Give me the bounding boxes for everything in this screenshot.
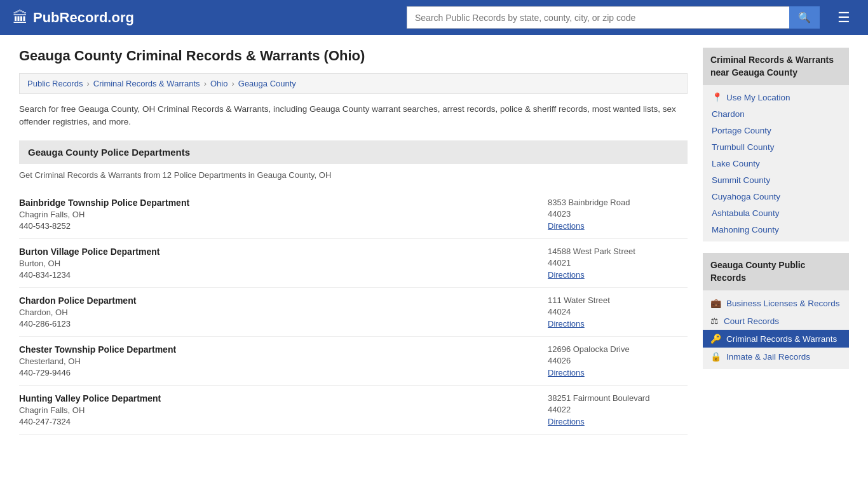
sidebar-record-inmate[interactable]: 🔒 Inmate & Jail Records — [703, 348, 849, 365]
dept-left-3: Chester Township Police Department Chest… — [19, 344, 176, 377]
dept-address: 111 Water Street — [548, 295, 688, 305]
dept-name: Bainbridge Township Police Department — [19, 198, 189, 208]
directions-link[interactable]: Directions — [548, 417, 585, 426]
dept-name: Hunting Valley Police Department — [19, 393, 161, 403]
menu-icon: ☰ — [837, 10, 850, 25]
page-title: Geauga County Criminal Records & Warrant… — [19, 48, 688, 64]
dept-left-2: Chardon Police Department Chardon, OH 44… — [19, 295, 136, 329]
dept-left-4: Hunting Valley Police Department Chagrin… — [19, 393, 161, 426]
directions-link[interactable]: Directions — [548, 221, 585, 231]
dept-city: Chardon, OH — [19, 308, 136, 317]
business-icon: 💼 — [710, 298, 721, 308]
dept-name: Burton Village Police Department — [19, 247, 159, 257]
dept-city: Chesterland, OH — [19, 356, 176, 366]
court-records-link[interactable]: Court Records — [724, 316, 779, 326]
dept-city: Chagrin Falls, OH — [19, 405, 161, 415]
location-icon: 📍 — [712, 92, 722, 102]
dept-phone: 440-247-7324 — [19, 417, 161, 426]
dept-right-0: 8353 Bainbridge Road 44023 Directions — [548, 198, 688, 231]
sidebar-item-lake[interactable]: Lake County — [703, 155, 849, 172]
dept-address: 14588 West Park Street — [548, 247, 688, 256]
breadcrumb-sep-3: › — [231, 79, 234, 88]
sidebar-records-list: 💼 Business Licenses & Records ⚖ Court Re… — [703, 290, 849, 369]
sidebar-item-cuyahoga[interactable]: Cuyahoga County — [703, 188, 849, 205]
sidebar-record-criminal[interactable]: 🔑 Criminal Records & Warrants — [703, 330, 849, 348]
sidebar-public-records-title: Geauga County Public Records — [703, 253, 849, 290]
inmate-icon: 🔒 — [710, 351, 721, 362]
content-area: Geauga County Criminal Records & Warrant… — [19, 48, 688, 435]
dept-name: Chardon Police Department — [19, 295, 136, 306]
dept-right-2: 111 Water Street 44024 Directions — [548, 295, 688, 329]
dept-zip: 44022 — [548, 405, 688, 414]
search-button[interactable]: 🔍 — [789, 6, 820, 29]
search-input[interactable] — [407, 6, 789, 29]
department-item: Burton Village Police Department Burton,… — [19, 239, 688, 288]
breadcrumb: Public Records › Criminal Records & Warr… — [19, 73, 688, 94]
dept-name: Chester Township Police Department — [19, 344, 176, 355]
section-subtitle: Get Criminal Records & Warrants from 12 … — [19, 170, 688, 180]
dept-zip: 44024 — [548, 307, 688, 316]
sidebar-item-trumbull[interactable]: Trumbull County — [703, 139, 849, 155]
breadcrumb-link-criminal-records[interactable]: Criminal Records & Warrants — [93, 79, 200, 88]
breadcrumb-link-county[interactable]: Geauga County — [238, 79, 296, 88]
dept-address: 8353 Bainbridge Road — [548, 198, 688, 207]
department-item: Bainbridge Township Police Department Ch… — [19, 190, 688, 239]
criminal-records-link[interactable]: Criminal Records & Warrants — [726, 334, 837, 344]
sidebar-item-ashtabula[interactable]: Ashtabula County — [703, 205, 849, 221]
sidebar-item-portage[interactable]: Portage County — [703, 122, 849, 139]
search-area: 🔍 — [407, 6, 820, 29]
breadcrumb-sep-2: › — [204, 79, 207, 88]
breadcrumb-link-public-records[interactable]: Public Records — [27, 79, 83, 88]
dept-zip: 44023 — [548, 209, 688, 219]
dept-phone: 440-543-8252 — [19, 221, 189, 231]
dept-right-4: 38251 Fairmount Boulevard 44022 Directio… — [548, 393, 688, 426]
breadcrumb-sep-1: › — [86, 79, 89, 88]
dept-phone: 440-729-9446 — [19, 368, 176, 377]
dept-left-0: Bainbridge Township Police Department Ch… — [19, 198, 189, 231]
use-location-link[interactable]: Use My Location — [726, 93, 790, 102]
department-item: Chester Township Police Department Chest… — [19, 337, 688, 386]
sidebar-nearby-box: Criminal Records & Warrants near Geauga … — [703, 48, 849, 241]
sidebar-use-location[interactable]: 📍 Use My Location — [703, 89, 849, 105]
header: 🏛 PubRecord.org 🔍 ☰ — [0, 0, 868, 35]
dept-right-3: 12696 Opalocka Drive 44026 Directions — [548, 344, 688, 377]
sidebar-item-summit[interactable]: Summit County — [703, 172, 849, 188]
sidebar-record-business[interactable]: 💼 Business Licenses & Records — [703, 294, 849, 312]
inmate-records-link[interactable]: Inmate & Jail Records — [726, 352, 810, 362]
dept-phone: 440-286-6123 — [19, 319, 136, 329]
dept-left-1: Burton Village Police Department Burton,… — [19, 247, 159, 280]
breadcrumb-link-ohio[interactable]: Ohio — [210, 79, 227, 88]
criminal-icon: 🔑 — [710, 334, 721, 344]
dept-city: Burton, OH — [19, 259, 159, 268]
menu-button[interactable]: ☰ — [832, 7, 855, 29]
main-container: Geauga County Criminal Records & Warrant… — [0, 35, 868, 447]
department-item: Chardon Police Department Chardon, OH 44… — [19, 288, 688, 337]
sidebar-record-court[interactable]: ⚖ Court Records — [703, 312, 849, 330]
logo-text: PubRecord.org — [33, 10, 134, 26]
sidebar-nearby-title: Criminal Records & Warrants near Geauga … — [703, 48, 849, 85]
directions-link[interactable]: Directions — [548, 368, 585, 377]
search-icon: 🔍 — [798, 12, 811, 23]
dept-address: 12696 Opalocka Drive — [548, 344, 688, 354]
dept-right-1: 14588 West Park Street 44021 Directions — [548, 247, 688, 280]
page-description: Search for free Geauga County, OH Crimin… — [19, 103, 688, 129]
dept-phone: 440-834-1234 — [19, 270, 159, 280]
sidebar: Criminal Records & Warrants near Geauga … — [703, 48, 849, 435]
business-licenses-link[interactable]: Business Licenses & Records — [726, 299, 840, 308]
logo[interactable]: 🏛 PubRecord.org — [13, 9, 134, 27]
directions-link[interactable]: Directions — [548, 319, 585, 329]
dept-zip: 44026 — [548, 356, 688, 365]
sidebar-item-chardon[interactable]: Chardon — [703, 105, 849, 122]
court-icon: ⚖ — [710, 316, 719, 326]
directions-link[interactable]: Directions — [548, 270, 585, 280]
sidebar-item-mahoning[interactable]: Mahoning County — [703, 221, 849, 238]
dept-address: 38251 Fairmount Boulevard — [548, 393, 688, 403]
sidebar-nearby-list: 📍 Use My Location Chardon Portage County… — [703, 85, 849, 241]
dept-zip: 44021 — [548, 258, 688, 268]
department-item: Hunting Valley Police Department Chagrin… — [19, 386, 688, 435]
section-header: Geauga County Police Departments — [19, 140, 688, 164]
dept-city: Chagrin Falls, OH — [19, 210, 189, 219]
department-list: Bainbridge Township Police Department Ch… — [19, 190, 688, 435]
sidebar-public-records-box: Geauga County Public Records 💼 Business … — [703, 253, 849, 369]
logo-icon: 🏛 — [13, 9, 28, 27]
